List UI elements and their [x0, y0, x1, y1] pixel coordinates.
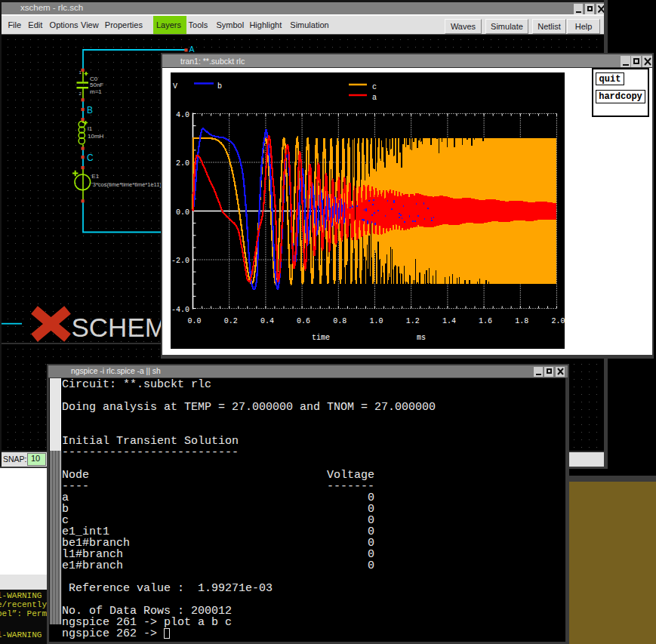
svg-text:2.0: 2.0: [176, 159, 189, 168]
svg-text:2.0: 2.0: [551, 317, 565, 325]
svg-text:a: a: [372, 94, 377, 102]
svg-text:V: V: [173, 82, 177, 91]
svg-text:0.6: 0.6: [297, 317, 310, 325]
svg-text:1.2: 1.2: [406, 317, 420, 325]
svg-text:l1: l1: [88, 125, 93, 132]
svg-text:SCHEM: SCHEM: [72, 313, 167, 342]
svg-text:E1: E1: [91, 173, 99, 180]
svg-text:ms: ms: [417, 334, 426, 342]
svg-text:1.8: 1.8: [515, 317, 528, 325]
svg-text:B: B: [87, 105, 93, 116]
svg-text:C: C: [87, 153, 94, 163]
svg-text:'3*cos(time*time*time*1e11): '3*cos(time*time*time*1e11): [91, 181, 162, 188]
svg-text:1.0: 1.0: [369, 317, 383, 325]
svg-text:-2.0: -2.0: [171, 257, 189, 265]
svg-text:0.4: 0.4: [260, 317, 274, 325]
svg-text:c: c: [372, 83, 377, 91]
svg-text:b: b: [217, 82, 222, 91]
svg-text:50nF: 50nF: [90, 82, 103, 88]
svg-text:m=1: m=1: [90, 88, 102, 95]
svg-text:0.0: 0.0: [187, 317, 201, 325]
svg-text:0.8: 0.8: [333, 317, 346, 325]
svg-text:1.4: 1.4: [442, 317, 456, 325]
svg-text:1.6: 1.6: [479, 317, 492, 325]
svg-text:4.0: 4.0: [176, 111, 189, 119]
svg-text:time: time: [312, 334, 330, 342]
svg-text:0.2: 0.2: [224, 317, 238, 325]
svg-text:0.0: 0.0: [176, 208, 189, 217]
svg-text:10mH: 10mH: [88, 133, 104, 140]
svg-text:-4.0: -4.0: [171, 306, 189, 314]
